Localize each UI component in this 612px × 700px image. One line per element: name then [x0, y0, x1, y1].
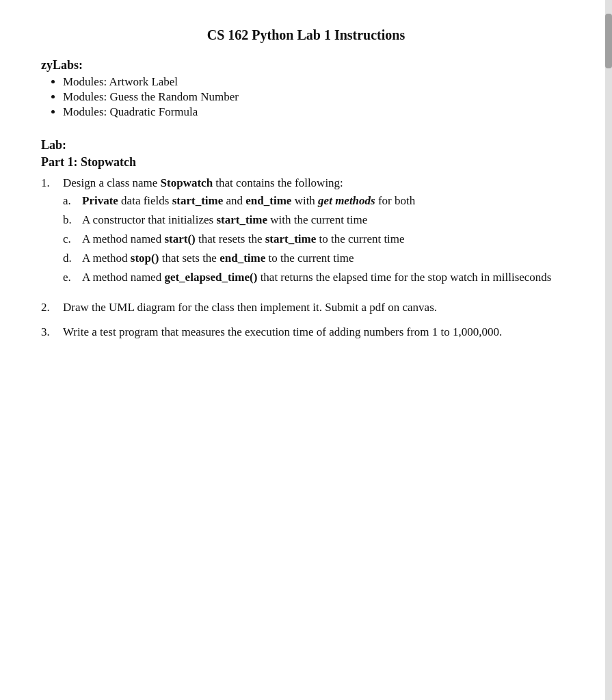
- alpha-content-d: A method stop() that sets the end_time t…: [82, 252, 571, 265]
- alpha-list-1: a. Private data fields start_time and en…: [63, 194, 571, 284]
- alpha-item-b: b. A constructor that initializes start_…: [63, 213, 571, 227]
- get-elapsed-method: get_elapsed_time(): [164, 271, 257, 284]
- page-title: CS 162 Python Lab 1 Instructions: [41, 27, 571, 43]
- scrollbar[interactable]: [605, 0, 612, 700]
- item-content-1: Design a class name Stopwatch that conta…: [63, 176, 571, 290]
- item-content-2: Draw the UML diagram for the class then …: [63, 301, 571, 314]
- zylabs-modules-list: Modules: Artwork Label Modules: Guess th…: [63, 75, 571, 119]
- item-content-3: Write a test program that measures the e…: [63, 325, 571, 339]
- get-methods-text: get methods: [318, 194, 375, 207]
- item-text-2: Draw the UML diagram for the class then …: [63, 301, 437, 314]
- lab-label: Lab:: [41, 138, 571, 152]
- scrollbar-thumb[interactable]: [605, 14, 612, 68]
- item-text-3: Write a test program that measures the e…: [63, 325, 502, 338]
- class-name: Stopwatch: [161, 176, 213, 189]
- alpha-letter-c: c.: [63, 232, 82, 246]
- main-numbered-list: 1. Design a class name Stopwatch that co…: [41, 176, 571, 339]
- alpha-item-a: a. Private data fields start_time and en…: [63, 194, 571, 208]
- numbered-item-1: 1. Design a class name Stopwatch that co…: [41, 176, 571, 290]
- numbered-item-3: 3. Write a test program that measures th…: [41, 325, 571, 339]
- start-time-b: start_time: [216, 213, 267, 226]
- item-intro-1: Design a class name Stopwatch that conta…: [63, 176, 343, 189]
- private-keyword: Private: [82, 194, 118, 207]
- numbered-item-2: 2. Draw the UML diagram for the class th…: [41, 301, 571, 314]
- alpha-content-e: A method named get_elapsed_time() that r…: [82, 271, 571, 284]
- alpha-item-c: c. A method named start() that resets th…: [63, 232, 571, 246]
- list-item: Modules: Artwork Label: [63, 75, 571, 89]
- zylabs-label: zyLabs:: [41, 58, 571, 72]
- start-time-field: start_time: [172, 194, 224, 207]
- alpha-content-b: A constructor that initializes start_tim…: [82, 213, 571, 227]
- end-time-d: end_time: [219, 252, 265, 265]
- alpha-letter-b: b.: [63, 213, 82, 227]
- alpha-content-a: Private data fields start_time and end_t…: [82, 194, 571, 208]
- part1-title: Part 1: Stopwatch: [41, 155, 571, 170]
- alpha-letter-a: a.: [63, 194, 82, 208]
- stop-method: stop(): [131, 252, 159, 265]
- item-number-3: 3.: [41, 325, 63, 339]
- alpha-item-d: d. A method stop() that sets the end_tim…: [63, 252, 571, 265]
- item-number-2: 2.: [41, 301, 63, 314]
- start-time-c: start_time: [265, 232, 317, 245]
- alpha-letter-d: d.: [63, 252, 82, 265]
- start-method: start(): [164, 232, 195, 245]
- alpha-letter-e: e.: [63, 271, 82, 284]
- item-number-1: 1.: [41, 176, 63, 190]
- alpha-content-c: A method named start() that resets the s…: [82, 232, 571, 246]
- list-item: Modules: Quadratic Formula: [63, 105, 571, 119]
- list-item: Modules: Guess the Random Number: [63, 90, 571, 104]
- end-time-field: end_time: [245, 194, 291, 207]
- alpha-item-e: e. A method named get_elapsed_time() tha…: [63, 271, 571, 284]
